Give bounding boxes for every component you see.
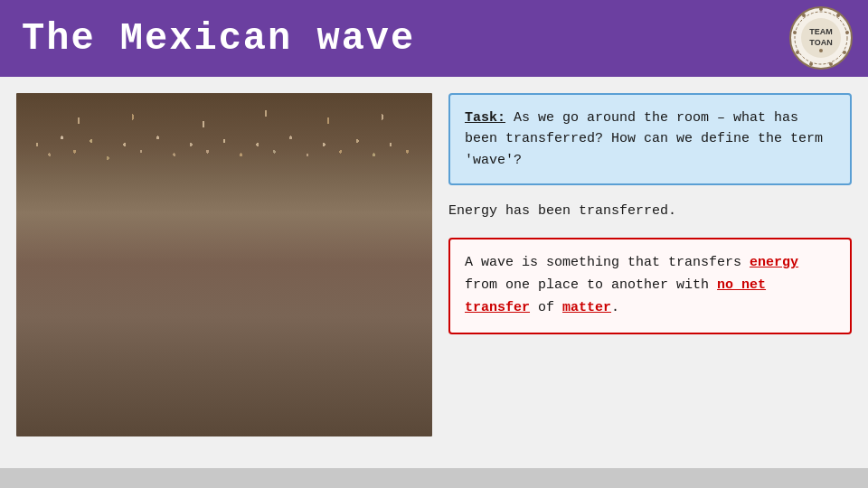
svg-point-203 xyxy=(336,267,356,288)
task-box: Task: As we go around the room – what ha… xyxy=(448,93,852,185)
svg-point-9 xyxy=(796,51,799,54)
svg-point-24 xyxy=(148,112,157,123)
svg-point-264 xyxy=(350,379,379,411)
svg-point-162 xyxy=(316,225,332,243)
svg-point-37 xyxy=(348,116,357,127)
svg-point-92 xyxy=(296,164,308,179)
svg-rect-212 xyxy=(132,295,156,333)
svg-rect-241 xyxy=(49,342,78,387)
svg-point-55 xyxy=(102,140,113,153)
svg-rect-132 xyxy=(172,180,188,205)
svg-point-53 xyxy=(70,136,80,148)
wave-def-period: . xyxy=(611,300,619,315)
svg-rect-273 xyxy=(241,404,275,427)
svg-point-257 xyxy=(97,384,126,417)
svg-point-96 xyxy=(364,162,377,176)
svg-rect-146 xyxy=(410,177,427,202)
svg-rect-141 xyxy=(326,177,342,202)
svg-rect-249 xyxy=(266,347,295,392)
svg-point-91 xyxy=(278,162,291,176)
svg-rect-137 xyxy=(257,180,273,205)
energy-statement: Energy has been transferred. xyxy=(448,198,852,226)
svg-rect-215 xyxy=(201,287,224,325)
svg-point-109 xyxy=(185,192,200,208)
crowd-photo xyxy=(16,93,432,436)
svg-point-68 xyxy=(314,136,325,148)
svg-rect-142 xyxy=(344,180,360,205)
svg-point-237 xyxy=(348,322,372,349)
svg-rect-217 xyxy=(245,295,269,333)
svg-point-163 xyxy=(335,228,352,246)
team-logo: TEAM TOAN xyxy=(788,5,854,70)
svg-point-64 xyxy=(249,138,259,151)
svg-rect-179 xyxy=(235,240,255,272)
svg-point-6 xyxy=(843,51,846,54)
svg-point-71 xyxy=(363,136,373,149)
svg-point-95 xyxy=(347,165,360,180)
svg-point-195 xyxy=(156,267,175,288)
svg-rect-243 xyxy=(103,342,132,387)
svg-point-116 xyxy=(312,194,326,211)
svg-point-191 xyxy=(65,273,85,295)
svg-point-118 xyxy=(348,192,363,209)
svg-point-88 xyxy=(227,166,240,181)
svg-point-196 xyxy=(178,271,198,293)
svg-rect-134 xyxy=(206,179,222,204)
svg-point-89 xyxy=(244,163,257,177)
svg-point-36 xyxy=(333,114,342,125)
svg-text:TEAM: TEAM xyxy=(809,27,833,36)
content-area: Task: As we go around the room – what ha… xyxy=(0,77,868,468)
svg-point-108 xyxy=(167,189,182,205)
wave-def-prefix: A wave is something that transfers xyxy=(465,255,750,270)
svg-point-42 xyxy=(421,112,430,123)
svg-point-34 xyxy=(302,116,311,127)
svg-point-74 xyxy=(411,138,422,151)
svg-rect-123 xyxy=(22,181,38,206)
svg-point-154 xyxy=(156,227,173,245)
svg-point-114 xyxy=(276,189,290,205)
svg-rect-144 xyxy=(378,179,394,204)
svg-rect-218 xyxy=(268,288,291,326)
svg-rect-133 xyxy=(188,177,204,202)
svg-point-14 xyxy=(819,49,823,52)
svg-point-26 xyxy=(179,113,188,124)
svg-point-205 xyxy=(382,273,401,295)
svg-point-256 xyxy=(61,371,90,403)
svg-point-200 xyxy=(269,267,288,288)
svg-point-11 xyxy=(802,14,806,17)
svg-rect-268 xyxy=(60,403,94,426)
svg-point-79 xyxy=(72,163,85,177)
svg-point-54 xyxy=(86,138,97,151)
svg-point-157 xyxy=(216,228,232,246)
svg-point-149 xyxy=(57,228,73,246)
svg-rect-187 xyxy=(394,246,414,277)
svg-rect-254 xyxy=(401,343,430,388)
svg-rect-178 xyxy=(215,246,235,277)
svg-point-239 xyxy=(402,316,426,343)
svg-point-90 xyxy=(261,165,274,180)
svg-point-225 xyxy=(23,324,46,351)
svg-rect-269 xyxy=(96,417,130,436)
svg-point-56 xyxy=(118,136,129,149)
page-title: The Mexican wave xyxy=(22,17,415,61)
svg-point-10 xyxy=(793,31,797,34)
svg-point-161 xyxy=(296,222,312,240)
svg-point-51 xyxy=(36,136,47,149)
svg-point-103 xyxy=(77,190,91,206)
svg-point-233 xyxy=(240,315,263,343)
svg-rect-252 xyxy=(347,349,376,394)
svg-point-20 xyxy=(87,115,96,126)
svg-point-198 xyxy=(223,269,243,291)
svg-rect-267 xyxy=(24,415,58,436)
svg-point-69 xyxy=(330,138,341,151)
svg-point-147 xyxy=(17,227,33,245)
svg-rect-223 xyxy=(381,295,404,333)
svg-point-228 xyxy=(104,315,127,343)
svg-point-83 xyxy=(141,166,154,181)
svg-point-35 xyxy=(317,112,326,123)
svg-point-150 xyxy=(77,222,93,240)
svg-point-57 xyxy=(135,139,146,152)
svg-point-33 xyxy=(287,113,296,124)
svg-rect-188 xyxy=(414,240,432,272)
svg-point-73 xyxy=(395,136,406,148)
